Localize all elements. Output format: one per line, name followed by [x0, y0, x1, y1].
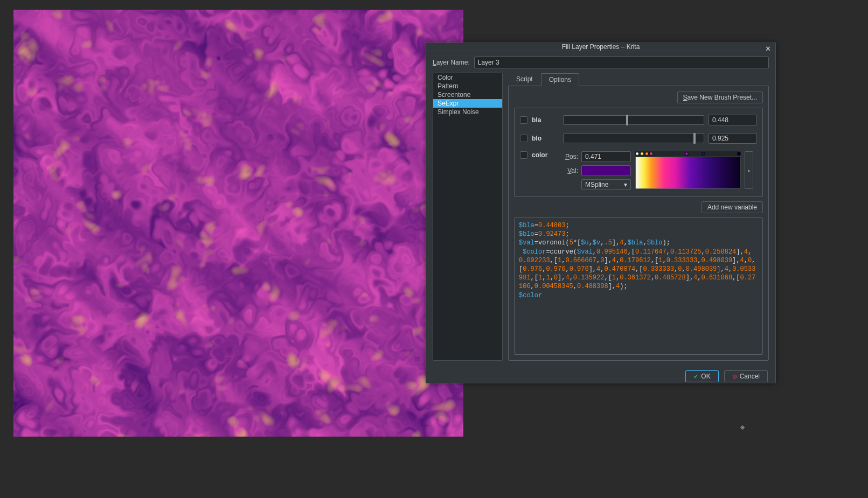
generator-list[interactable]: Color Pattern Screentone SeExpr Simplex … [433, 73, 503, 361]
var-label-color: color [532, 151, 559, 159]
gradient-stop[interactable] [685, 152, 689, 156]
gradient-stop[interactable] [635, 152, 639, 156]
gradient-preview[interactable] [635, 157, 740, 189]
gradient-stop[interactable] [645, 152, 649, 156]
gradient-stop[interactable] [737, 152, 741, 156]
gradient-stops[interactable] [635, 151, 740, 157]
tab-content-options: Save New Brush Preset... bla blo [508, 86, 769, 361]
ok-button[interactable]: ✔ OK [685, 370, 718, 382]
cancel-label: Cancel [740, 373, 760, 380]
slider-handle-blo[interactable] [693, 133, 696, 144]
tab-options[interactable]: Options [541, 73, 579, 86]
canvas-preview [13, 10, 463, 437]
generator-item-pattern[interactable]: Pattern [433, 82, 502, 90]
save-preset-button[interactable]: Save New Brush Preset... [677, 92, 763, 103]
generator-item-screentone[interactable]: Screentone [433, 90, 502, 99]
var-label-bla: bla [532, 116, 559, 124]
tab-script[interactable]: Script [508, 73, 541, 86]
generator-item-seexpr[interactable]: SeExpr [433, 99, 502, 108]
add-variable-button[interactable]: Add new variable [702, 201, 763, 213]
layer-name-label: Layer Name: [433, 59, 470, 66]
crop-cursor-icon: ⌖ [740, 422, 745, 433]
cancel-button[interactable]: ⊘ Cancel [724, 370, 768, 382]
var-checkbox-bla[interactable] [520, 116, 527, 124]
color-swatch[interactable] [581, 165, 631, 176]
slider-handle-bla[interactable] [626, 115, 628, 125]
pos-label: Pos: [563, 153, 578, 160]
dialog-titlebar[interactable]: Fill Layer Properties – Krita ✕ [426, 43, 775, 51]
svg-rect-2 [13, 10, 463, 437]
tabs: Script Options [508, 73, 769, 86]
variables-panel: bla blo [514, 108, 763, 197]
var-label-blo: blo [532, 135, 559, 142]
gradient-editor[interactable] [635, 151, 740, 189]
gradient-stop[interactable] [702, 152, 705, 156]
expand-gradient-icon[interactable]: ▸ [745, 151, 753, 189]
ok-label: OK [701, 373, 710, 380]
interp-dropdown[interactable]: MSpline ▾ [581, 179, 631, 190]
gradient-stop[interactable] [649, 152, 653, 156]
cancel-icon: ⊘ [732, 373, 737, 380]
dialog-title: Fill Layer Properties – Krita [562, 43, 640, 51]
layer-name-input[interactable] [474, 57, 769, 68]
slider-blo[interactable] [563, 134, 704, 143]
val-label: Val: [563, 167, 578, 174]
slider-bla[interactable] [563, 115, 704, 125]
value-input-bla[interactable] [709, 115, 757, 125]
fill-layer-properties-dialog: Fill Layer Properties – Krita ✕ Layer Na… [426, 43, 776, 383]
var-checkbox-color[interactable] [520, 151, 527, 159]
close-icon[interactable]: ✕ [763, 44, 772, 53]
script-preview[interactable]: $bla=0.44803; $blo=0.92473; $val=voronoi… [514, 218, 763, 355]
var-row-blo: blo [520, 133, 757, 144]
generator-item-color[interactable]: Color [433, 73, 502, 82]
var-checkbox-blo[interactable] [520, 135, 527, 142]
var-row-bla: bla [520, 115, 757, 125]
gradient-stop[interactable] [640, 152, 644, 156]
check-icon: ✔ [693, 373, 698, 380]
pos-input[interactable] [581, 151, 631, 162]
interp-value: MSpline [585, 181, 608, 188]
var-row-color: color Pos: Val: [520, 151, 757, 190]
generator-item-simplex[interactable]: Simplex Noise [433, 108, 502, 116]
chevron-down-icon: ▾ [624, 181, 627, 188]
value-input-blo[interactable] [709, 133, 757, 144]
